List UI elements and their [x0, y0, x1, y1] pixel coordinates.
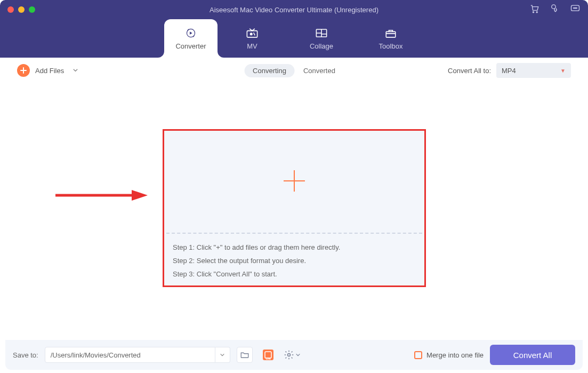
merge-label: Merge into one file — [426, 351, 484, 359]
svg-point-9 — [251, 33, 253, 35]
gpu-accel-button[interactable]: ON — [259, 347, 277, 363]
tab-collage-label: Collage — [310, 42, 333, 50]
svg-point-4 — [574, 8, 574, 9]
window-controls — [7, 6, 35, 13]
tab-collage[interactable]: Collage — [287, 19, 356, 58]
add-files-label: Add Files — [35, 67, 64, 75]
tab-converted[interactable]: Converted — [295, 64, 344, 77]
toolbar: Add Files Converting Converted Convert A… — [5, 58, 583, 83]
tab-converting[interactable]: Converting — [244, 64, 295, 77]
merge-checkbox[interactable]: Merge into one file — [414, 351, 484, 359]
app-window: Aiseesoft Mac Video Converter Ultimate (… — [0, 0, 588, 373]
svg-point-0 — [533, 12, 534, 13]
maximize-window-button[interactable] — [29, 6, 35, 13]
checkbox-icon — [414, 351, 422, 359]
tab-toolbox[interactable]: Toolbox — [356, 19, 425, 58]
window-title: Aiseesoft Mac Video Converter Ultimate (… — [210, 6, 378, 14]
close-window-button[interactable] — [7, 6, 14, 13]
svg-point-5 — [575, 8, 575, 9]
main-tabs: Converter MV Collage Toolbox — [0, 19, 588, 58]
tab-mv-label: MV — [247, 42, 257, 50]
key-icon[interactable] — [550, 3, 560, 16]
tab-converter[interactable]: Converter — [164, 19, 218, 58]
convert-all-button[interactable]: Convert All — [490, 345, 575, 365]
svg-point-16 — [287, 354, 290, 356]
chevron-down-icon[interactable] — [69, 66, 78, 75]
save-path-dropdown[interactable] — [215, 347, 230, 363]
cart-icon[interactable] — [529, 3, 540, 16]
step-1-text: Step 1: Click "+" to add files or drag t… — [173, 243, 416, 251]
output-format-value: MP4 — [502, 67, 516, 75]
step-2-text: Step 2: Select the output format you des… — [173, 257, 416, 265]
svg-rect-11 — [386, 31, 396, 37]
svg-point-1 — [536, 12, 537, 13]
drop-zone[interactable]: Step 1: Click "+" to add files or drag t… — [163, 129, 426, 287]
minimize-window-button[interactable] — [18, 6, 25, 13]
tab-converter-label: Converter — [175, 42, 206, 50]
main-area: Step 1: Click "+" to add files or drag t… — [5, 83, 583, 340]
step-3-text: Step 3: Click "Convert All" to start. — [173, 270, 416, 278]
tab-toolbox-label: Toolbox — [379, 42, 403, 50]
tab-mv[interactable]: MV — [218, 19, 287, 58]
save-to-label: Save to: — [13, 351, 38, 359]
arrow-annotation — [54, 189, 150, 202]
titlebar: Aiseesoft Mac Video Converter Ultimate (… — [0, 0, 588, 19]
svg-point-6 — [576, 8, 577, 9]
status-tabs: Converting Converted — [244, 64, 344, 77]
add-plus-icon — [280, 167, 308, 197]
open-folder-button[interactable] — [237, 347, 253, 363]
output-format-select[interactable]: MP4 ▼ — [496, 63, 571, 78]
footer-bar: Save to: /Users/link/Movies/Converted ON… — [5, 340, 583, 370]
add-files-button[interactable]: Add Files — [17, 64, 78, 77]
instruction-steps: Step 1: Click "+" to add files or drag t… — [164, 234, 424, 285]
svg-text:ON: ON — [265, 357, 270, 360]
settings-button[interactable] — [284, 350, 301, 360]
dropdown-arrow-icon: ▼ — [560, 68, 566, 74]
svg-point-2 — [552, 5, 556, 9]
convert-all-to-label: Convert All to: — [448, 67, 491, 75]
drop-zone-add-area[interactable] — [164, 131, 424, 233]
plus-icon — [17, 64, 30, 77]
feedback-icon[interactable] — [570, 3, 581, 16]
save-path-field[interactable]: /Users/link/Movies/Converted — [45, 347, 215, 363]
